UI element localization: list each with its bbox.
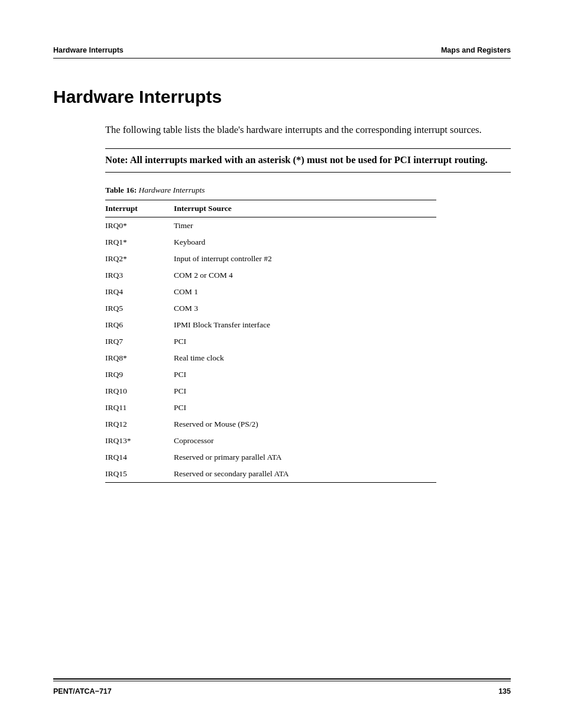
table-row: IRQ2*Input of interrupt controller #2 — [105, 251, 436, 267]
cell-source: Timer — [174, 217, 436, 234]
table-row: IRQ0*Timer — [105, 217, 436, 234]
note-bottom-rule — [105, 172, 511, 173]
cell-source: Reserved or primary parallel ATA — [174, 449, 436, 466]
footer-row: PENT/ATCA−717 135 — [53, 687, 511, 696]
table-row: IRQ4COM 1 — [105, 284, 436, 300]
table-header-source: Interrupt Source — [174, 200, 436, 217]
table-row: IRQ7PCI — [105, 333, 436, 350]
cell-source: PCI — [174, 383, 436, 399]
cell-source: PCI — [174, 333, 436, 350]
cell-interrupt: IRQ15 — [105, 466, 174, 483]
cell-source: COM 1 — [174, 284, 436, 300]
cell-interrupt: IRQ8* — [105, 350, 174, 366]
cell-interrupt: IRQ2* — [105, 251, 174, 267]
table-row: IRQ10PCI — [105, 383, 436, 399]
running-header: Hardware Interrupts Maps and Registers — [53, 46, 511, 54]
table-row: IRQ8*Real time clock — [105, 350, 436, 366]
footer-page-number: 135 — [498, 687, 511, 696]
cell-interrupt: IRQ11 — [105, 399, 174, 416]
table-row: IRQ9PCI — [105, 366, 436, 383]
header-left: Hardware Interrupts — [53, 46, 124, 54]
cell-source: PCI — [174, 366, 436, 383]
header-right: Maps and Registers — [441, 46, 511, 54]
table-row: IRQ15Reserved or secondary parallel ATA — [105, 466, 436, 483]
cell-source: PCI — [174, 399, 436, 416]
cell-source: Coprocessor — [174, 433, 436, 449]
cell-source: COM 3 — [174, 300, 436, 317]
cell-interrupt: IRQ3 — [105, 267, 174, 284]
cell-source: IPMI Block Transfer interface — [174, 317, 436, 333]
table-header-interrupt: Interrupt — [105, 200, 174, 217]
table-header-row: Interrupt Interrupt Source — [105, 200, 436, 217]
header-rule — [53, 58, 511, 58]
table-caption-title: Hardware Interrupts — [137, 186, 205, 194]
cell-interrupt: IRQ9 — [105, 366, 174, 383]
table-row: IRQ13*Coprocessor — [105, 433, 436, 449]
table-row: IRQ5COM 3 — [105, 300, 436, 317]
table-row: IRQ12Reserved or Mouse (PS/2) — [105, 416, 436, 433]
footer-rule-top — [53, 678, 511, 680]
footer: PENT/ATCA−717 135 — [53, 678, 511, 696]
cell-source: Reserved or secondary parallel ATA — [174, 466, 436, 483]
cell-source: Reserved or Mouse (PS/2) — [174, 416, 436, 433]
cell-interrupt: IRQ1* — [105, 234, 174, 251]
cell-source: Keyboard — [174, 234, 436, 251]
cell-source: Real time clock — [174, 350, 436, 366]
footer-rule-bottom — [53, 681, 511, 681]
cell-source: Input of interrupt controller #2 — [174, 251, 436, 267]
cell-interrupt: IRQ5 — [105, 300, 174, 317]
cell-interrupt: IRQ6 — [105, 317, 174, 333]
cell-interrupt: IRQ10 — [105, 383, 174, 399]
table-row: IRQ1*Keyboard — [105, 234, 436, 251]
interrupt-table: Interrupt Interrupt Source IRQ0*Timer IR… — [105, 200, 436, 483]
page-title: Hardware Interrupts — [53, 87, 511, 107]
cell-interrupt: IRQ14 — [105, 449, 174, 466]
table-row: IRQ14Reserved or primary parallel ATA — [105, 449, 436, 466]
body: The following table lists the blade's ha… — [105, 124, 511, 483]
cell-interrupt: IRQ12 — [105, 416, 174, 433]
table-caption: Table 16: Hardware Interrupts — [105, 186, 511, 195]
intro-paragraph: The following table lists the blade's ha… — [105, 124, 511, 136]
cell-source: COM 2 or COM 4 — [174, 267, 436, 284]
cell-interrupt: IRQ7 — [105, 333, 174, 350]
cell-interrupt: IRQ4 — [105, 284, 174, 300]
table-row: IRQ11PCI — [105, 399, 436, 416]
cell-interrupt: IRQ13* — [105, 433, 174, 449]
table-row: IRQ3COM 2 or COM 4 — [105, 267, 436, 284]
note-block: Note: All interrupts marked with an aste… — [105, 149, 511, 171]
page: Hardware Interrupts Maps and Registers H… — [0, 0, 564, 728]
footer-left: PENT/ATCA−717 — [53, 687, 112, 696]
table-row: IRQ6IPMI Block Transfer interface — [105, 317, 436, 333]
table-caption-label: Table 16: — [105, 186, 137, 194]
cell-interrupt: IRQ0* — [105, 217, 174, 234]
